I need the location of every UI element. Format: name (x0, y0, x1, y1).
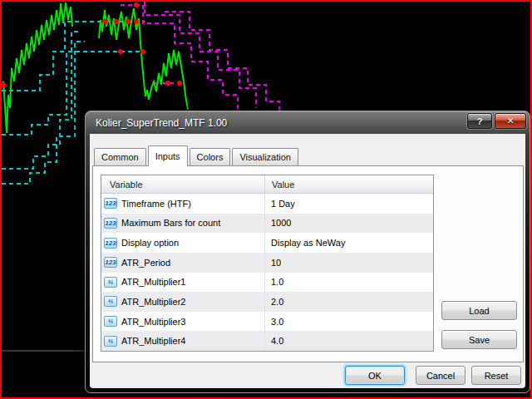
variable-value[interactable]: 2.0 (264, 292, 433, 312)
tab-inputs[interactable]: Inputs (148, 145, 188, 166)
double-type-icon: ½ (104, 296, 117, 307)
indicator-properties-dialog: Kolier_SuperTrend_MTF 1.00 ? ✕ Common In… (85, 111, 530, 393)
double-type-icon: ½ (104, 336, 117, 347)
table-row[interactable]: 123ATR_Period 10 (101, 253, 433, 273)
ok-button[interactable]: OK (345, 366, 405, 385)
variable-value[interactable]: 1.0 (264, 273, 433, 293)
variable-value[interactable]: Display as NeWay (264, 233, 433, 253)
variable-name: Timeframe (HTF) (121, 199, 191, 209)
screenshot-frame: Kolier_SuperTrend_MTF 1.00 ? ✕ Common In… (0, 0, 532, 399)
variable-value[interactable]: 1000 (264, 214, 433, 234)
table-row[interactable]: ½ATR_Multiplier2 2.0 (101, 292, 433, 312)
supertrend-downtrend-lines (121, 2, 279, 113)
double-type-icon: ½ (104, 277, 117, 288)
integer-type-icon: 123 (104, 198, 117, 209)
variable-value[interactable]: 3.0 (264, 312, 433, 332)
close-icon: ✕ (506, 116, 514, 126)
table-row[interactable]: 123Display option Display as NeWay (101, 233, 433, 253)
variable-name: Display option (121, 238, 179, 248)
inputs-tab-panel: Variable Value 123Timeframe (HTF) 1 Day … (92, 165, 524, 362)
variable-name: Maximum Bars for count (121, 218, 220, 228)
variable-value[interactable]: 10 (264, 253, 433, 273)
integer-type-icon: 123 (104, 238, 117, 249)
caption-buttons: ? ✕ (467, 113, 526, 129)
variable-name: ATR_Period (121, 258, 170, 268)
save-button[interactable]: Save (441, 330, 517, 349)
table-body: 123Timeframe (HTF) 1 Day 123Maximum Bars… (101, 194, 433, 351)
close-button[interactable]: ✕ (495, 113, 526, 129)
variable-value[interactable]: 4.0 (264, 331, 433, 351)
help-icon: ? (477, 116, 483, 126)
variable-value[interactable]: 1 Day (264, 194, 433, 214)
tab-colors[interactable]: Colors (190, 148, 231, 165)
help-button[interactable]: ? (467, 113, 492, 129)
table-row[interactable]: ½ATR_Multiplier1 1.0 (101, 273, 433, 293)
table-row[interactable]: ½ATR_Multiplier4 4.0 (101, 331, 433, 351)
variable-name: ATR_Multiplier2 (121, 297, 185, 307)
table-row[interactable]: 123Maximum Bars for count 1000 (101, 214, 433, 234)
variable-name: ATR_Multiplier3 (121, 317, 185, 327)
load-button[interactable]: Load (441, 301, 517, 320)
tab-visualization[interactable]: Visualization (232, 148, 298, 165)
integer-type-icon: 123 (104, 257, 117, 268)
column-header-value: Value (264, 175, 433, 193)
table-row[interactable]: 123Timeframe (HTF) 1 Day (101, 194, 433, 214)
tab-bar: Common Inputs Colors Visualization (94, 145, 300, 165)
variable-name: ATR_Multiplier1 (121, 277, 185, 287)
double-type-icon: ½ (104, 316, 117, 327)
cancel-button[interactable]: Cancel (416, 366, 466, 385)
parameters-table: Variable Value 123Timeframe (HTF) 1 Day … (101, 175, 434, 352)
table-row[interactable]: ½ATR_Multiplier3 3.0 (101, 312, 433, 332)
dialog-client-area: Common Inputs Colors Visualization Varia… (90, 134, 525, 388)
table-header: Variable Value (101, 175, 433, 194)
reset-button[interactable]: Reset (471, 366, 521, 385)
variable-name: ATR_Multiplier4 (121, 336, 185, 346)
column-header-variable: Variable (101, 175, 264, 193)
tab-common[interactable]: Common (94, 148, 146, 165)
integer-type-icon: 123 (104, 218, 117, 229)
window-title: Kolier_SuperTrend_MTF 1.00 (96, 117, 227, 129)
